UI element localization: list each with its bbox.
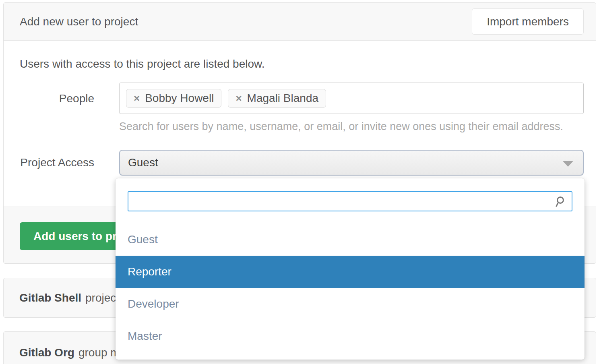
remove-token-icon[interactable]: ×	[134, 93, 140, 103]
chevron-down-icon	[563, 161, 573, 167]
people-row: People × Bobby Howell × Magali Blanda Se…	[4, 83, 596, 133]
user-token: × Magali Blanda	[228, 89, 326, 108]
project-access-label: Project Access	[4, 150, 94, 176]
project-access-value: Guest	[128, 156, 158, 169]
people-control: × Bobby Howell × Magali Blanda Search fo…	[119, 83, 584, 133]
dropdown-search-input[interactable]	[128, 191, 572, 211]
token-label: Magali Blanda	[247, 92, 318, 105]
user-token: × Bobby Howell	[126, 89, 221, 108]
people-label: People	[4, 83, 94, 133]
members-page: Add new user to project Import members U…	[0, 0, 599, 364]
dropdown-option-developer[interactable]: Developer	[116, 288, 585, 320]
intro-text: Users with access to this project are li…	[20, 58, 596, 70]
project-access-select[interactable]: Guest	[119, 150, 584, 176]
dropdown-option-master[interactable]: Master	[116, 320, 585, 352]
section-group-name: Gitlab Org	[19, 346, 74, 359]
section-project-name: Gitlab Shell	[19, 292, 81, 304]
dropdown-option-list: Guest Reporter Developer Master	[116, 223, 585, 352]
remove-token-icon[interactable]: ×	[235, 93, 242, 103]
panel-title: Add new user to project	[20, 15, 138, 28]
project-access-dropdown: Guest Reporter Developer Master	[116, 178, 585, 360]
add-user-panel-heading: Add new user to project Import members	[4, 3, 596, 41]
dropdown-option-guest[interactable]: Guest	[116, 223, 585, 256]
project-access-control: Guest	[119, 150, 584, 176]
dropdown-option-reporter[interactable]: Reporter	[116, 256, 585, 288]
import-members-button[interactable]: Import members	[472, 8, 584, 35]
people-help-text: Search for users by name, username, or e…	[119, 120, 584, 133]
token-label: Bobby Howell	[145, 92, 214, 105]
project-access-row: Project Access Guest	[4, 150, 596, 176]
dropdown-search-wrap	[116, 178, 585, 211]
people-input[interactable]: × Bobby Howell × Magali Blanda	[119, 83, 584, 114]
